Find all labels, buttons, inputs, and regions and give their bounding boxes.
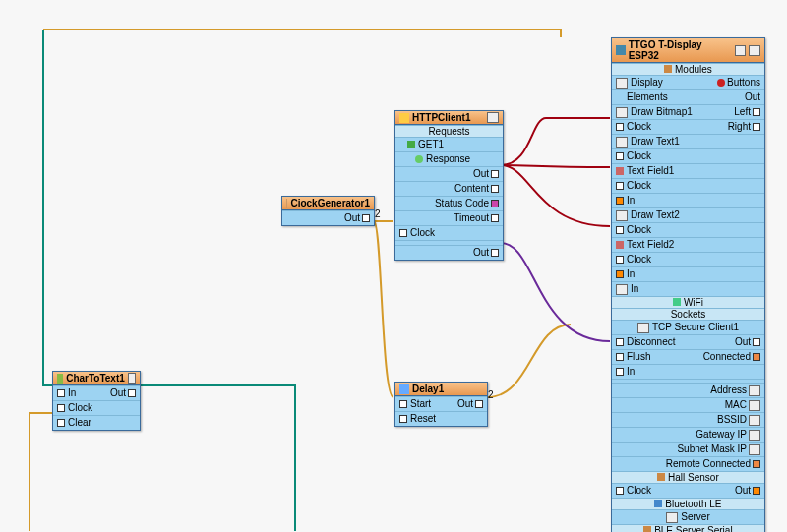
port-out[interactable] <box>362 214 370 222</box>
port-clock[interactable]: Clock <box>612 252 764 266</box>
node-title: CiockGenerator1 <box>282 197 374 210</box>
section-requests: Requests <box>395 125 503 137</box>
port-in[interactable]: In <box>612 193 764 207</box>
node-title: HTTPClient1 <box>395 111 503 125</box>
port-content[interactable] <box>491 185 499 193</box>
port-status[interactable] <box>491 200 499 207</box>
port-disconnect[interactable]: DisconnectOut <box>612 334 764 349</box>
section-modules: Modules <box>612 63 764 75</box>
port-outb[interactable] <box>491 249 499 257</box>
row-response: Response <box>395 151 503 166</box>
port-in[interactable]: In <box>612 281 764 296</box>
node-title: Delay1 <box>395 383 487 396</box>
port-start[interactable]: StartOut <box>395 396 487 411</box>
node-delay[interactable]: Delay1 StartOut Reset <box>394 382 488 427</box>
section-ble: Bluetooth LE <box>612 498 764 509</box>
port-clock[interactable]: Clock <box>612 222 764 237</box>
port-in[interactable]: InOut <box>53 385 140 400</box>
port-out[interactable] <box>491 170 499 178</box>
port-timeout[interactable] <box>491 214 499 222</box>
section-bleser: BLE Server Serial <box>612 524 764 532</box>
node-title: CharToText1 <box>53 372 140 385</box>
node-title: TTGO T-Display ESP32 <box>612 38 764 63</box>
node-clockgen[interactable]: CiockGenerator1 Out <box>281 196 375 226</box>
node-httpclient[interactable]: HTTPClient1 Requests GET1 Response Out C… <box>394 110 504 261</box>
node-esp32[interactable]: TTGO T-Display ESP32 Modules DisplayButt… <box>611 37 765 532</box>
port-clock[interactable]: Clock <box>612 148 764 163</box>
port-clock[interactable]: Clock <box>612 178 764 193</box>
port-flush[interactable]: FlushConnected <box>612 349 764 364</box>
port-reset[interactable]: Reset <box>395 411 487 426</box>
row-get1: GET1 <box>395 137 503 151</box>
port-clear[interactable]: Clear <box>53 415 140 430</box>
section-wifi: WiFi <box>612 296 764 308</box>
port-clock[interactable]: Clock <box>395 225 503 240</box>
node-chartotext[interactable]: CharToText1 InOut Clock Clear <box>52 371 141 431</box>
port-clock[interactable]: ClockOut <box>612 483 764 498</box>
port-in[interactable]: In <box>612 364 764 379</box>
port-clock[interactable]: ClockRight <box>612 119 764 134</box>
section-sockets: Sockets <box>612 308 764 320</box>
section-hall: Hall Sensor <box>612 471 764 483</box>
port-clock[interactable]: Clock <box>53 400 140 415</box>
port-in[interactable]: In <box>612 266 764 281</box>
